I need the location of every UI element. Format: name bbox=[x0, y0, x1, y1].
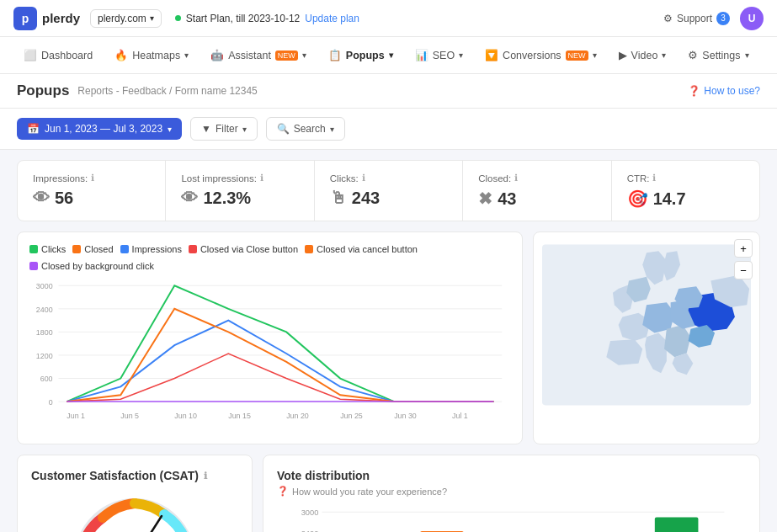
settings-icon: ⚙ bbox=[688, 49, 698, 61]
legend-cancel-btn: Closed via cancel button bbox=[305, 244, 418, 254]
svg-text:2400: 2400 bbox=[36, 306, 53, 314]
question-icon: ❓ bbox=[688, 85, 700, 97]
csat-title: Customer Satisfaction (CSAT) ℹ bbox=[31, 469, 238, 482]
svg-rect-39 bbox=[655, 517, 699, 532]
stat-label: Lost impressions: ℹ bbox=[181, 173, 298, 184]
stat-label: CTR: ℹ bbox=[627, 173, 744, 184]
logo-text: plerdy bbox=[42, 11, 80, 25]
nav-item-heatmaps[interactable]: 🔥 Heatmaps ▾ bbox=[104, 44, 199, 66]
search-icon: 🔍 bbox=[277, 123, 290, 135]
filter-button[interactable]: ▼ Filter ▾ bbox=[190, 117, 258, 141]
legend-color bbox=[72, 245, 81, 253]
stat-value: 243 bbox=[352, 189, 380, 208]
date-range-button[interactable]: 📅 Jun 1, 2023 — Jul 3, 2023 ▾ bbox=[17, 118, 182, 140]
conversions-icon: 🔽 bbox=[485, 49, 498, 61]
stat-ctr: CTR: ℹ 🎯 14.7 bbox=[612, 161, 759, 221]
eye-icon: 👁 bbox=[33, 189, 50, 208]
svg-text:Jun 25: Jun 25 bbox=[340, 412, 363, 420]
chevron-down-icon: ▾ bbox=[330, 125, 334, 134]
vote-title: Vote distribution bbox=[277, 469, 746, 482]
legend-color bbox=[189, 245, 197, 253]
stat-lost-impressions: Lost impressions: ℹ 👁 12.3% bbox=[166, 161, 314, 221]
zoom-in-button[interactable]: + bbox=[734, 239, 753, 258]
stat-label: Impressions: ℹ bbox=[33, 173, 150, 184]
svg-text:3000: 3000 bbox=[301, 508, 319, 517]
zoom-out-button[interactable]: − bbox=[734, 261, 753, 279]
nav-item-video[interactable]: ▶ Video ▾ bbox=[609, 44, 677, 66]
line-chart-card: Clicks Closed Impressions Closed via Clo… bbox=[17, 231, 523, 444]
nav-item-dashboard[interactable]: ⬜ Dashboard bbox=[13, 44, 103, 66]
map-svg bbox=[542, 241, 751, 409]
nav-item-popups[interactable]: 📋 Popups ▾ bbox=[318, 44, 403, 66]
nav-label: SEO bbox=[433, 50, 455, 61]
line-chart-svg: 3000 2400 1800 1200 600 0 Jun 1 Jun 5 Ju… bbox=[29, 278, 510, 429]
info-icon: ℹ bbox=[514, 173, 518, 184]
chart-legend: Clicks Closed Impressions Closed via Clo… bbox=[29, 244, 510, 271]
info-icon: ℹ bbox=[91, 173, 94, 184]
eye-slash-icon: 👁 bbox=[181, 189, 198, 208]
gauge-container: 71.56 bbox=[31, 486, 238, 532]
how-to-use-link[interactable]: ❓ How to use? bbox=[688, 85, 760, 97]
csat-card: Customer Satisfaction (CSAT) ℹ bbox=[17, 455, 253, 532]
click-icon: 🖱 bbox=[330, 189, 347, 208]
legend-impressions: Impressions bbox=[120, 244, 182, 254]
plan-dot bbox=[175, 15, 181, 21]
svg-text:Jun 20: Jun 20 bbox=[286, 412, 309, 420]
stat-value: 12.3% bbox=[203, 189, 251, 208]
search-label: Search bbox=[294, 123, 326, 135]
nav-item-conversions[interactable]: 🔽 Conversions NEW ▾ bbox=[475, 44, 606, 66]
svg-line-21 bbox=[135, 516, 162, 532]
legend-bg-click: Closed by background click bbox=[29, 261, 154, 271]
plan-text: Start Plan, till 2023-10-12 bbox=[186, 13, 300, 24]
info-icon: ℹ bbox=[260, 173, 263, 184]
nav-label: Settings bbox=[702, 50, 740, 61]
nav-label: Assistant bbox=[228, 50, 271, 61]
avatar[interactable]: U bbox=[740, 7, 764, 30]
info-icon: ℹ bbox=[362, 173, 365, 184]
stat-value: 14.7 bbox=[653, 189, 686, 209]
domain-label: plerdy.com bbox=[98, 13, 146, 24]
info-icon: ℹ bbox=[204, 471, 207, 481]
popups-icon: 📋 bbox=[328, 49, 342, 61]
charts-row: Clicks Closed Impressions Closed via Clo… bbox=[17, 231, 760, 444]
plan-badge: Start Plan, till 2023-10-12 Update plan bbox=[175, 13, 359, 24]
svg-text:Jul 1: Jul 1 bbox=[452, 412, 468, 420]
chevron-down-icon: ▾ bbox=[593, 51, 597, 60]
legend-close-btn: Closed via Close button bbox=[189, 244, 298, 254]
nav-label: Conversions bbox=[503, 50, 561, 61]
new-badge: NEW bbox=[566, 51, 588, 61]
svg-text:0: 0 bbox=[49, 398, 53, 407]
date-range-label: Jun 1, 2023 — Jul 3, 2023 bbox=[45, 123, 162, 135]
info-icon: ℹ bbox=[652, 173, 656, 184]
bar-chart-svg: 3000 2400 1800 1200 600 0 bbox=[277, 505, 746, 532]
search-button[interactable]: 🔍 Search ▾ bbox=[266, 117, 345, 141]
bottom-row: Customer Satisfaction (CSAT) ℹ bbox=[17, 455, 760, 532]
nav-item-assistant[interactable]: 🤖 Assistant NEW ▾ bbox=[200, 44, 317, 66]
stat-value: 56 bbox=[55, 189, 73, 208]
update-plan-link[interactable]: Update plan bbox=[305, 13, 359, 24]
close-circle-icon: ✖ bbox=[478, 189, 492, 209]
svg-text:Jun 10: Jun 10 bbox=[174, 412, 197, 420]
nav-item-settings[interactable]: ⚙ Settings ▾ bbox=[678, 44, 758, 66]
svg-text:Jun 5: Jun 5 bbox=[120, 412, 139, 420]
support-label: Support bbox=[677, 13, 712, 24]
nav-label: Popups bbox=[346, 50, 385, 61]
nav-item-seo[interactable]: 📊 SEO ▾ bbox=[405, 44, 473, 66]
legend-color bbox=[29, 245, 38, 253]
gauge-svg bbox=[67, 491, 202, 532]
domain-selector[interactable]: plerdy.com ▾ bbox=[90, 9, 162, 28]
logo: p plerdy bbox=[13, 7, 80, 30]
legend-clicks: Clicks bbox=[29, 244, 66, 254]
support-button[interactable]: ⚙ Support 3 bbox=[663, 12, 730, 25]
stat-impressions: Impressions: ℹ 👁 56 bbox=[18, 161, 166, 221]
svg-text:1800: 1800 bbox=[36, 328, 53, 337]
legend-color bbox=[120, 245, 129, 253]
svg-text:Jun 30: Jun 30 bbox=[394, 412, 417, 420]
top-navigation: p plerdy plerdy.com ▾ Start Plan, till 2… bbox=[0, 0, 777, 37]
map-controls: + − bbox=[734, 239, 753, 279]
page-title: Popups bbox=[17, 82, 69, 99]
stat-label: Clicks: ℹ bbox=[330, 173, 447, 184]
vote-subtitle: ❓ How would you rate your experience? bbox=[277, 486, 746, 497]
chevron-down-icon: ▾ bbox=[662, 51, 666, 60]
stat-value: 43 bbox=[498, 189, 516, 209]
